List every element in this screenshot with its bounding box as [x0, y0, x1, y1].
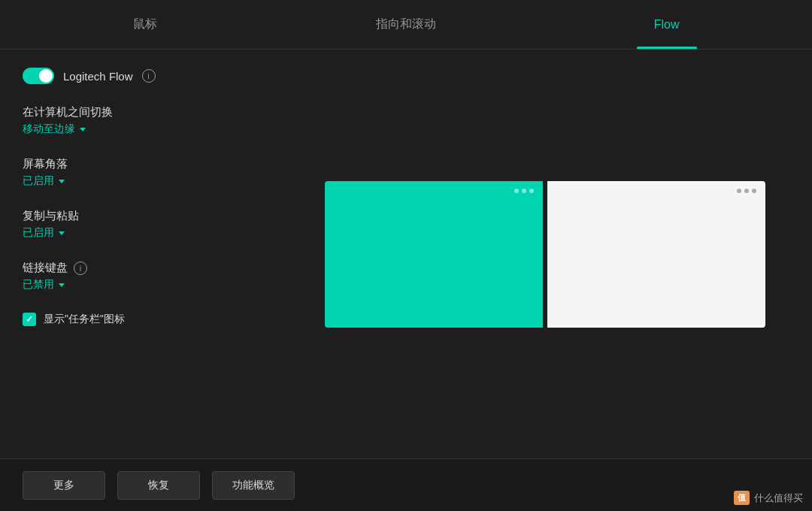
footer: 更多 恢复 功能概览	[0, 458, 812, 511]
restore-button[interactable]: 恢复	[117, 471, 200, 500]
monitor-right-dots	[737, 189, 756, 193]
tab-mouse[interactable]: 鼠标	[15, 0, 276, 49]
taskbar-icon-row: 显示"任务栏"图标	[23, 313, 256, 326]
overview-button[interactable]: 功能概览	[212, 471, 295, 500]
dot-right-1	[737, 189, 741, 193]
monitor-preview	[325, 181, 765, 328]
taskbar-icon-label: 显示"任务栏"图标	[44, 313, 125, 326]
copy-paste-value[interactable]: 已启用	[23, 226, 256, 240]
switch-between-title: 在计算机之间切换	[23, 105, 256, 119]
screen-corner-chevron	[59, 180, 65, 183]
watermark-badge: 值	[734, 491, 750, 505]
setting-link-keyboard: 链接键盘 i 已禁用	[23, 261, 256, 292]
copy-paste-title: 复制与粘贴	[23, 209, 256, 223]
link-keyboard-info-icon[interactable]: i	[74, 262, 87, 275]
flow-toggle-row: Logitech Flow i	[23, 68, 256, 84]
dot-right-2	[744, 189, 749, 193]
dot-left-3	[529, 189, 534, 193]
main-content: Logitech Flow i 在计算机之间切换 移动至边缘 屏幕角落 已启用 …	[0, 50, 812, 458]
monitor-left	[325, 181, 543, 328]
copy-paste-chevron	[59, 231, 65, 235]
watermark: 值 什么值得买	[734, 491, 803, 505]
more-button[interactable]: 更多	[23, 471, 105, 500]
watermark-text: 什么值得买	[754, 491, 803, 505]
dot-right-3	[752, 189, 756, 193]
switch-between-chevron	[80, 128, 86, 132]
setting-copy-paste: 复制与粘贴 已启用	[23, 209, 256, 240]
dot-left-2	[522, 189, 526, 193]
right-panel	[278, 50, 812, 458]
setting-screen-corner: 屏幕角落 已启用	[23, 157, 256, 188]
dot-left-1	[514, 189, 519, 193]
switch-between-value[interactable]: 移动至边缘	[23, 122, 256, 136]
setting-switch-between: 在计算机之间切换 移动至边缘	[23, 105, 256, 136]
link-keyboard-title-row: 链接键盘 i	[23, 261, 256, 275]
tab-flow[interactable]: Flow	[536, 0, 797, 49]
flow-toggle-label: Logitech Flow	[63, 70, 133, 83]
flow-toggle[interactable]	[23, 68, 54, 84]
tab-bar: 鼠标 指向和滚动 Flow	[0, 0, 812, 50]
left-panel: Logitech Flow i 在计算机之间切换 移动至边缘 屏幕角落 已启用 …	[0, 50, 278, 458]
taskbar-icon-checkbox[interactable]	[23, 313, 36, 326]
footer-buttons: 更多 恢复 功能概览	[23, 471, 295, 500]
link-keyboard-value[interactable]: 已禁用	[23, 278, 256, 292]
monitor-right	[547, 181, 765, 328]
screen-corner-value[interactable]: 已启用	[23, 174, 256, 188]
tab-pointing[interactable]: 指向和滚动	[276, 0, 537, 49]
screen-corner-title: 屏幕角落	[23, 157, 256, 171]
flow-info-icon[interactable]: i	[142, 69, 156, 83]
link-keyboard-chevron	[59, 283, 65, 287]
monitor-left-dots	[514, 189, 534, 193]
